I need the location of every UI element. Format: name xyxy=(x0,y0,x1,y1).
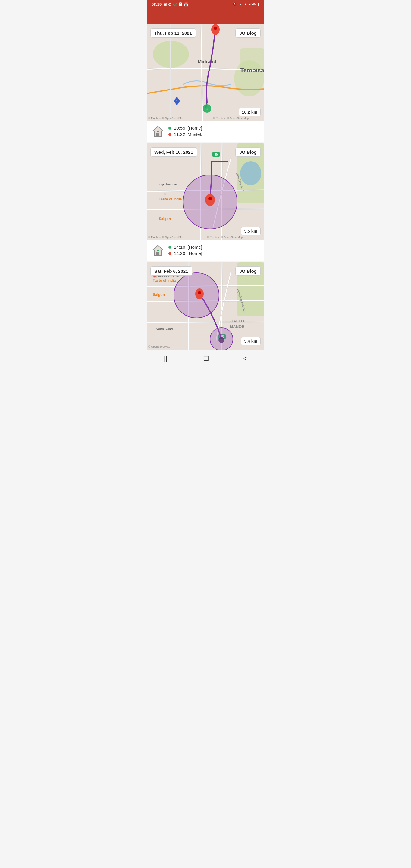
svg-point-11 xyxy=(214,27,217,30)
svg-text:85: 85 xyxy=(214,153,218,156)
trip-1-info: 10:55 [Home] 11:22 Mustek xyxy=(147,121,264,142)
trip-3-date: Sat, Feb 6, 2021 xyxy=(150,267,192,276)
trip-entry-3: Bowling Avenue Taste of India 🏨 Lodge Ri… xyxy=(147,262,264,350)
svg-text:1: 1 xyxy=(206,107,208,111)
nav-bar: ||| ☐ < xyxy=(147,351,264,367)
svg-text:1: 1 xyxy=(176,99,178,102)
svg-text:MANOR: MANOR xyxy=(230,324,245,329)
trip-3-distance: 3.4 km xyxy=(241,337,261,345)
status-bar: 08:19 ▣ ⊙ 🦋 🖼 📅 🔇 ▲ ▲ 95% ▮ xyxy=(147,0,264,8)
trip-2-end-row: 14:20 [Home] xyxy=(168,251,202,256)
trip-2-blog: JO Blog xyxy=(235,147,261,157)
svg-point-16 xyxy=(157,130,159,132)
battery-display: 95% xyxy=(249,2,256,6)
map-3[interactable]: Bowling Avenue Taste of India 🏨 Lodge Ri… xyxy=(147,262,264,350)
battery-icon: ▮ xyxy=(257,2,259,6)
trip-1-times: 10:55 [Home] 11:22 Mustek xyxy=(168,125,202,137)
trip-1-start-row: 10:55 [Home] xyxy=(168,125,202,130)
nav-home-icon[interactable]: ☐ xyxy=(203,355,209,363)
svg-text:© Mapbox, © OpenStreetMap: © Mapbox, © OpenStreetMap xyxy=(148,236,184,239)
svg-point-35 xyxy=(157,250,159,251)
nav-forward-icon[interactable]: < xyxy=(243,355,247,363)
svg-point-50 xyxy=(198,291,201,294)
end-dot-2 xyxy=(168,252,171,255)
svg-text:© Mapbox, © OpenStreetMap: © Mapbox, © OpenStreetMap xyxy=(207,236,243,239)
notification-icons: ▣ ⊙ 🦋 🖼 📅 xyxy=(163,2,188,7)
time-display: 08:19 xyxy=(152,2,161,7)
svg-text:© Mapbox, © OpenStreetMap: © Mapbox, © OpenStreetMap xyxy=(148,117,184,120)
nav-back-icon[interactable]: ||| xyxy=(164,355,169,363)
trip-1-end-label: Mustek xyxy=(188,132,202,137)
map-2[interactable]: Bowling Ave Taste of India 🍴 Lodge Rivon… xyxy=(147,143,264,240)
trip-3-blog: JO Blog xyxy=(235,267,261,276)
home-icon-2 xyxy=(152,244,164,256)
trip-1-start-time: 10:55 xyxy=(174,125,185,130)
status-right: 🔇 ▲ ▲ 95% ▮ xyxy=(232,2,259,6)
mute-icon: 🔇 xyxy=(232,2,237,6)
trip-1-date: Thu, Feb 11, 2021 xyxy=(150,28,196,38)
svg-text:Midrand: Midrand xyxy=(198,59,216,64)
trip-1-start-label: [Home] xyxy=(188,125,202,130)
header-bar xyxy=(147,8,264,24)
svg-text:Tembisa: Tembisa xyxy=(240,67,264,73)
trip-1-end-row: 11:22 Mustek xyxy=(168,132,202,137)
map-1[interactable]: Midrand Tembisa 1 1 © Mapbox, © OpenStre… xyxy=(147,24,264,121)
trip-2-date: Wed, Feb 10, 2021 xyxy=(150,147,197,157)
svg-rect-3 xyxy=(240,48,264,69)
trip-entry-2: Bowling Ave Taste of India 🍴 Lodge Rivon… xyxy=(147,143,264,261)
start-dot-2 xyxy=(168,246,171,249)
end-dot-1 xyxy=(168,133,171,136)
svg-text:Saigon: Saigon xyxy=(159,217,171,221)
svg-point-19 xyxy=(240,161,261,185)
trip-1-distance: 18,2 km xyxy=(239,108,261,116)
home-icon-1 xyxy=(152,125,164,137)
status-left: 08:19 ▣ ⊙ 🦋 🖼 📅 xyxy=(152,2,188,7)
svg-point-30 xyxy=(208,197,212,200)
svg-text:Taste of India: Taste of India xyxy=(159,197,182,201)
trip-2-times: 14:10 [Home] 14:20 [Home] xyxy=(168,244,202,256)
svg-text:Saigon: Saigon xyxy=(153,293,165,297)
svg-text:North Road: North Road xyxy=(156,327,173,331)
start-dot-1 xyxy=(168,127,171,130)
trip-2-end-label: [Home] xyxy=(188,251,202,256)
trip-2-start-row: 14:10 [Home] xyxy=(168,244,202,250)
svg-rect-34 xyxy=(156,252,159,255)
trip-entry-1: Midrand Tembisa 1 1 © Mapbox, © OpenStre… xyxy=(147,24,264,142)
trip-2-end-time: 14:20 xyxy=(174,251,185,256)
svg-text:GALLO: GALLO xyxy=(230,319,244,323)
svg-text:Taste of India: Taste of India xyxy=(153,278,176,283)
trip-2-start-time: 14:10 xyxy=(174,244,185,250)
wifi-icon: ▲ xyxy=(238,2,242,6)
trip-2-info: 14:10 [Home] 14:20 [Home] xyxy=(147,240,264,261)
svg-text:© OpenStreetMap: © OpenStreetMap xyxy=(148,345,170,348)
svg-point-53 xyxy=(218,337,224,343)
svg-text:© Mapbox, © OpenStreetMap: © Mapbox, © OpenStreetMap xyxy=(213,117,249,120)
trip-2-start-label: [Home] xyxy=(188,244,202,250)
trip-1-blog: JO Blog xyxy=(235,28,261,38)
signal-icon: ▲ xyxy=(244,2,247,6)
svg-text:Lodge Rivonia: Lodge Rivonia xyxy=(156,182,177,186)
trip-1-end-time: 11:22 xyxy=(174,132,185,137)
svg-text:🍴: 🍴 xyxy=(163,193,167,197)
svg-rect-15 xyxy=(156,133,159,136)
trip-2-distance: 3,5 km xyxy=(241,227,261,236)
